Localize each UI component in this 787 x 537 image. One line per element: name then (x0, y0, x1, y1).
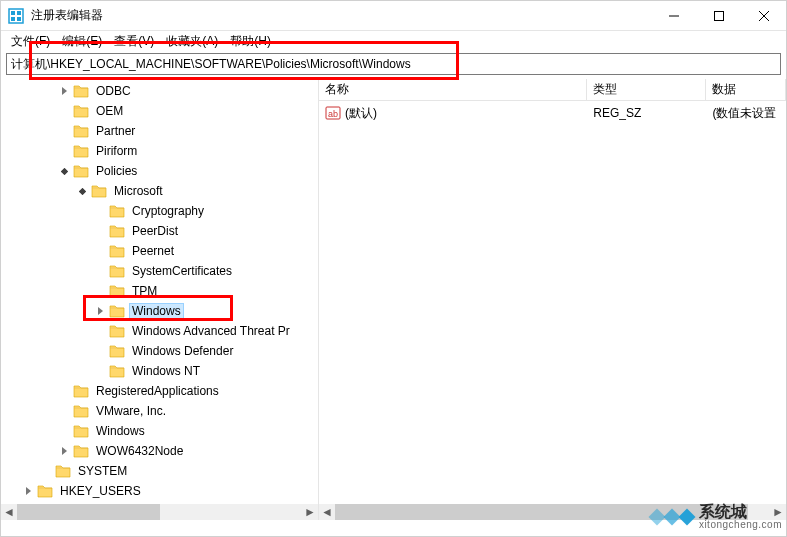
tree-item-label: Windows (93, 423, 148, 439)
column-data[interactable]: 数据 (706, 79, 786, 100)
menu-view[interactable]: 查看(V) (112, 33, 156, 50)
svg-rect-2 (17, 11, 21, 15)
expander-none (93, 284, 107, 298)
value-row[interactable]: ab(默认)REG_SZ(数值未设置 (319, 103, 786, 123)
tree-item[interactable]: Windows NT (3, 361, 318, 381)
tree-item-label: PeerDist (129, 223, 181, 239)
tree-item-label: Windows NT (129, 363, 203, 379)
expander-closed-icon[interactable] (21, 484, 35, 498)
folder-icon (73, 144, 89, 158)
registry-tree[interactable]: ODBCOEMPartnerPiriformPoliciesMicrosoftC… (1, 79, 318, 520)
tree-hscrollbar[interactable]: ◄ ► (1, 504, 318, 520)
svg-rect-3 (11, 17, 15, 21)
value-list[interactable]: ab(默认)REG_SZ(数值未设置 (319, 101, 786, 125)
tree-item-label: SystemCertificates (129, 263, 235, 279)
watermark-text-en: xitongcheng.com (699, 520, 782, 530)
menu-file[interactable]: 文件(F) (9, 33, 52, 50)
string-value-icon: ab (325, 105, 341, 121)
menu-favorites[interactable]: 收藏夹(A) (164, 33, 220, 50)
scroll-left-icon[interactable]: ◄ (319, 504, 335, 520)
tree-item[interactable]: ODBC (3, 81, 318, 101)
menu-bar: 文件(F) 编辑(E) 查看(V) 收藏夹(A) 帮助(H) (1, 31, 786, 51)
tree-item[interactable]: Peernet (3, 241, 318, 261)
expander-none (93, 204, 107, 218)
scroll-thumb[interactable] (17, 504, 160, 520)
scroll-right-icon[interactable]: ► (770, 504, 786, 520)
expander-none (57, 384, 71, 398)
expander-none (93, 344, 107, 358)
minimize-button[interactable] (651, 1, 696, 30)
folder-icon (73, 84, 89, 98)
tree-item[interactable]: Microsoft (3, 181, 318, 201)
folder-icon (109, 324, 125, 338)
folder-icon (109, 204, 125, 218)
tree-item[interactable]: Piriform (3, 141, 318, 161)
list-pane: 名称 类型 数据 ab(默认)REG_SZ(数值未设置 ◄ ► (319, 79, 786, 520)
tree-item[interactable]: PeerDist (3, 221, 318, 241)
list-hscrollbar[interactable]: ◄ ► (319, 504, 786, 520)
scroll-thumb[interactable] (335, 504, 748, 520)
expander-open-icon[interactable] (75, 184, 89, 198)
close-button[interactable] (741, 1, 786, 30)
tree-item-label: Cryptography (129, 203, 207, 219)
tree-item[interactable]: VMware, Inc. (3, 401, 318, 421)
tree-pane: ODBCOEMPartnerPiriformPoliciesMicrosoftC… (1, 79, 319, 520)
title-bar: 注册表编辑器 (1, 1, 786, 31)
tree-item[interactable]: SystemCertificates (3, 261, 318, 281)
tree-item[interactable]: Policies (3, 161, 318, 181)
folder-icon (109, 344, 125, 358)
tree-item[interactable]: TPM (3, 281, 318, 301)
tree-item[interactable]: RegisteredApplications (3, 381, 318, 401)
tree-item[interactable]: OEM (3, 101, 318, 121)
list-header: 名称 类型 数据 (319, 79, 786, 101)
folder-icon (73, 444, 89, 458)
tree-item-label: VMware, Inc. (93, 403, 169, 419)
tree-item[interactable]: SYSTEM (3, 461, 318, 481)
tree-item[interactable]: Windows (3, 421, 318, 441)
folder-icon (109, 224, 125, 238)
address-bar (1, 51, 786, 79)
svg-text:ab: ab (328, 109, 338, 119)
value-type: REG_SZ (587, 106, 706, 120)
tree-item-label: WOW6432Node (93, 443, 186, 459)
tree-item[interactable]: Windows Defender (3, 341, 318, 361)
expander-none (57, 424, 71, 438)
menu-edit[interactable]: 编辑(E) (60, 33, 104, 50)
expander-open-icon[interactable] (57, 164, 71, 178)
tree-item[interactable]: Partner (3, 121, 318, 141)
folder-icon (109, 284, 125, 298)
scroll-left-icon[interactable]: ◄ (1, 504, 17, 520)
folder-icon (73, 104, 89, 118)
address-input[interactable] (6, 53, 781, 75)
svg-rect-6 (714, 11, 723, 20)
tree-item-label: Windows Advanced Threat Pr (129, 323, 293, 339)
tree-item[interactable]: WOW6432Node (3, 441, 318, 461)
scroll-right-icon[interactable]: ► (302, 504, 318, 520)
expander-none (57, 124, 71, 138)
expander-none (93, 364, 107, 378)
folder-icon (37, 484, 53, 498)
tree-item[interactable]: Cryptography (3, 201, 318, 221)
svg-rect-4 (17, 17, 21, 21)
tree-item-label: RegisteredApplications (93, 383, 222, 399)
tree-item-label: Microsoft (111, 183, 166, 199)
menu-help[interactable]: 帮助(H) (228, 33, 273, 50)
folder-icon (91, 184, 107, 198)
tree-item[interactable]: HKEY_USERS (3, 481, 318, 501)
tree-item-label: SYSTEM (75, 463, 130, 479)
expander-closed-icon[interactable] (93, 304, 107, 318)
column-type[interactable]: 类型 (587, 79, 706, 100)
window-controls (651, 1, 786, 30)
maximize-button[interactable] (696, 1, 741, 30)
column-name[interactable]: 名称 (319, 79, 587, 100)
tree-item-label: Peernet (129, 243, 177, 259)
tree-item-label: HKEY_USERS (57, 483, 144, 499)
tree-item[interactable]: Windows (3, 301, 318, 321)
folder-icon (73, 384, 89, 398)
tree-item-label: Partner (93, 123, 138, 139)
expander-closed-icon[interactable] (57, 84, 71, 98)
folder-icon (109, 264, 125, 278)
expander-closed-icon[interactable] (57, 444, 71, 458)
folder-icon (55, 464, 71, 478)
tree-item[interactable]: Windows Advanced Threat Pr (3, 321, 318, 341)
